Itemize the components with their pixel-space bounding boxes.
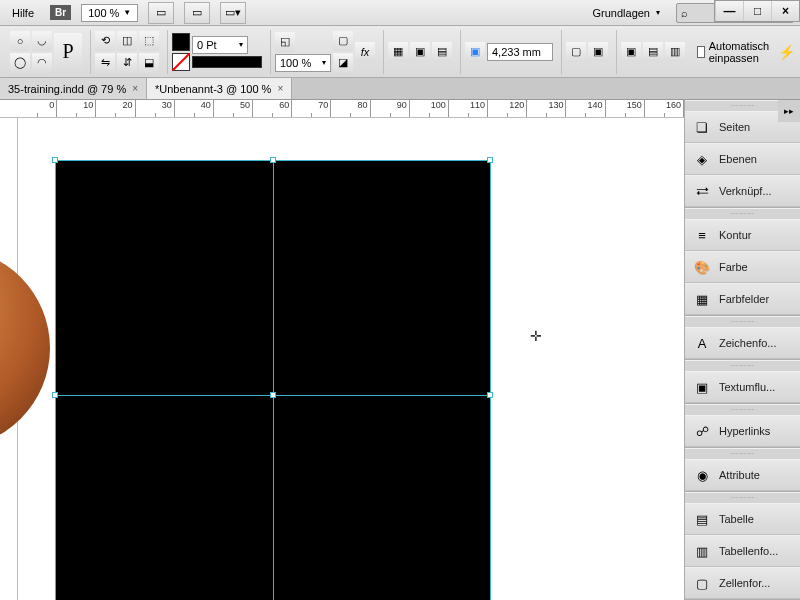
- ruler-tick: 60: [253, 100, 292, 117]
- doc-tab-2[interactable]: *Unbenannt-3 @ 100 % ×: [147, 78, 292, 99]
- flipv-icon[interactable]: ⇵: [117, 53, 137, 73]
- fill-swatch[interactable]: [172, 33, 190, 51]
- auto-fit-checkbox[interactable]: Automatisch einpassen: [697, 40, 774, 64]
- panel-item-verkn-pf-[interactable]: ⮂Verknüpf...: [685, 175, 800, 207]
- expand-panels-button[interactable]: ▸▸: [778, 100, 800, 122]
- panel-label: Zeichenfo...: [719, 337, 776, 349]
- panel-grip[interactable]: ⋯⋯⋯: [685, 449, 800, 459]
- panel-label: Attribute: [719, 469, 760, 481]
- view-options-icon[interactable]: ▭: [148, 2, 174, 24]
- clear-trans-icon[interactable]: ⬓: [139, 53, 159, 73]
- panel-item-zeichenfo-[interactable]: AZeichenfo...: [685, 327, 800, 359]
- close-icon[interactable]: ×: [132, 83, 138, 94]
- width-input[interactable]: 4,233 mm: [487, 43, 553, 61]
- maximize-button[interactable]: □: [743, 1, 771, 21]
- panel-item-attribute[interactable]: ◉Attribute: [685, 459, 800, 491]
- panel-label: Seiten: [719, 121, 750, 133]
- zoom-select[interactable]: 100 % ▼: [81, 4, 138, 22]
- minimize-button[interactable]: ―: [715, 1, 743, 21]
- ellipse2-tool-icon[interactable]: ◯: [10, 53, 30, 73]
- panel-item-hyperlinks[interactable]: ☍Hyperlinks: [685, 415, 800, 447]
- fit-frame-icon[interactable]: ▣: [465, 42, 485, 62]
- rotate-icon[interactable]: ⟲: [95, 31, 115, 51]
- ellipse-tool-icon[interactable]: ○: [10, 31, 30, 51]
- fill-frame-icon[interactable]: ▣: [588, 42, 608, 62]
- ruler-tick: 70: [292, 100, 331, 117]
- close-icon[interactable]: ×: [277, 83, 283, 94]
- center-content-icon[interactable]: ▣: [621, 42, 641, 62]
- ruler-tick: 50: [214, 100, 253, 117]
- scale-icon[interactable]: ◫: [117, 31, 137, 51]
- doc-tab-label: *Unbenannt-3 @ 100 %: [155, 83, 271, 95]
- panel-label: Verknüpf...: [719, 185, 772, 197]
- image-object[interactable]: [0, 248, 50, 448]
- panel-grip[interactable]: ⋯⋯⋯: [685, 209, 800, 219]
- fit-content-icon[interactable]: ▢: [566, 42, 586, 62]
- panel-item-farbe[interactable]: 🎨Farbe: [685, 251, 800, 283]
- stroke-style-select[interactable]: [192, 56, 262, 68]
- doc-tab-1[interactable]: 35-training.indd @ 79 % ×: [0, 78, 147, 99]
- selection-handle[interactable]: [270, 157, 276, 163]
- wrap-none-icon[interactable]: ▦: [388, 42, 408, 62]
- shear-icon[interactable]: ⬚: [139, 31, 159, 51]
- panel-icon: ◈: [693, 150, 711, 168]
- corner-options-icon[interactable]: ◱: [275, 32, 295, 52]
- selection-handle[interactable]: [487, 157, 493, 163]
- close-button[interactable]: ×: [771, 1, 799, 21]
- bridge-badge[interactable]: Br: [50, 5, 71, 20]
- opacity-input[interactable]: 100 %▾: [275, 54, 331, 72]
- ruler-tick: 110: [449, 100, 488, 117]
- width-value: 4,233 mm: [492, 46, 541, 58]
- selection-handle[interactable]: [487, 392, 493, 398]
- panel-icon: ⮂: [693, 182, 711, 200]
- panel-item-ebenen[interactable]: ◈Ebenen: [685, 143, 800, 175]
- panel-icon: A: [693, 334, 711, 352]
- effects-icon[interactable]: ▢: [333, 31, 353, 51]
- workspace-label: Grundlagen: [593, 7, 651, 19]
- fit-prop-icon[interactable]: ▤: [643, 42, 663, 62]
- quick-apply-icon[interactable]: ⚡: [778, 44, 795, 60]
- panel-item-tabelle[interactable]: ▤Tabelle: [685, 503, 800, 535]
- arrange-docs-icon[interactable]: ▭▾: [220, 2, 246, 24]
- panel-item-zellenfor-[interactable]: ▢Zellenfor...: [685, 567, 800, 599]
- arc-tool-icon[interactable]: ◡: [32, 31, 52, 51]
- ruler-horizontal[interactable]: 0102030405060708090100110120130140150160: [0, 100, 684, 118]
- panel-item-kontur[interactable]: ≡Kontur: [685, 219, 800, 251]
- ruler-tick: 30: [136, 100, 175, 117]
- panel-item-textumflu-[interactable]: ▣Textumflu...: [685, 371, 800, 403]
- canvas[interactable]: ✛: [0, 118, 684, 600]
- panel-grip[interactable]: ⋯⋯⋯: [685, 493, 800, 503]
- arc2-tool-icon[interactable]: ◠: [32, 53, 52, 73]
- fit-frame2-icon[interactable]: ▥: [665, 42, 685, 62]
- panel-icon: ▤: [693, 510, 711, 528]
- panel-icon: ▣: [693, 378, 711, 396]
- drop-shadow-icon[interactable]: ◪: [333, 53, 353, 73]
- paragraph-style-icon[interactable]: P: [54, 33, 82, 71]
- panel-item-tabellenfo-[interactable]: ▥Tabellenfo...: [685, 535, 800, 567]
- stroke-swatch[interactable]: [172, 53, 190, 71]
- screen-mode-icon[interactable]: ▭: [184, 2, 210, 24]
- panel-icon: ▥: [693, 542, 711, 560]
- selected-frame[interactable]: [55, 160, 490, 600]
- fx-icon[interactable]: fx: [355, 42, 375, 62]
- panel-grip[interactable]: ⋯⋯⋯: [685, 405, 800, 415]
- selection-handle[interactable]: [270, 392, 276, 398]
- search-icon: ⌕: [681, 7, 688, 19]
- panel-grip[interactable]: ⋯⋯⋯: [685, 317, 800, 327]
- wrap-bbox-icon[interactable]: ▣: [410, 42, 430, 62]
- workspace-select[interactable]: Grundlagen ▾: [587, 5, 667, 21]
- stroke-weight-input[interactable]: 0 Pt▾: [192, 36, 248, 54]
- fliph-icon[interactable]: ⇋: [95, 53, 115, 73]
- panel-item-farbfelder[interactable]: ▦Farbfelder: [685, 283, 800, 315]
- panel-label: Farbe: [719, 261, 748, 273]
- opacity-value: 100 %: [280, 57, 311, 69]
- panel-icon: ❏: [693, 118, 711, 136]
- window-controls: ― □ ×: [714, 0, 800, 22]
- selection-handle[interactable]: [52, 392, 58, 398]
- panel-dock: ▸▸ ⋯⋯⋯❏Seiten◈Ebenen⮂Verknüpf...⋯⋯⋯≡Kont…: [684, 100, 800, 600]
- panel-grip[interactable]: ⋯⋯⋯: [685, 361, 800, 371]
- selection-handle[interactable]: [52, 157, 58, 163]
- wrap-shape-icon[interactable]: ▤: [432, 42, 452, 62]
- ruler-tick: 90: [371, 100, 410, 117]
- menu-help[interactable]: Hilfe: [6, 4, 40, 22]
